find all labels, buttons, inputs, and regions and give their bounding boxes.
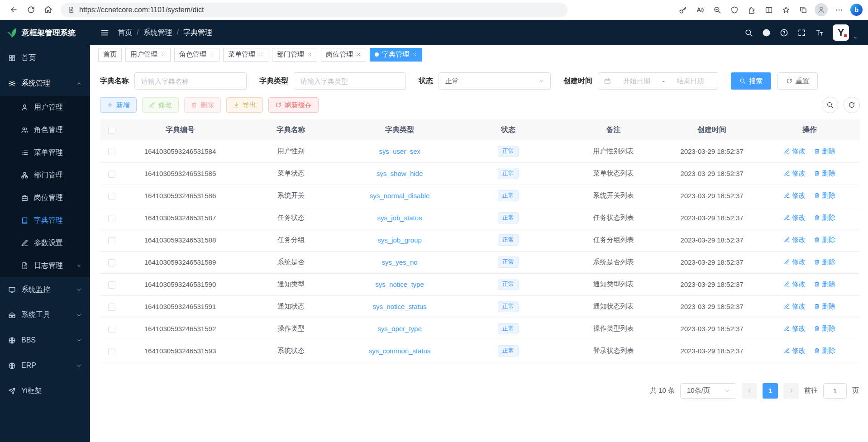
- row-checkbox[interactable]: [108, 259, 115, 266]
- dict-type-link[interactable]: sys_normal_disable: [370, 192, 430, 200]
- tab-close-icon[interactable]: [356, 52, 361, 57]
- dict-type-link[interactable]: sys_oper_type: [377, 325, 422, 333]
- row-delete-button[interactable]: 删除: [814, 324, 835, 333]
- search-button[interactable]: 搜索: [731, 72, 771, 90]
- browser-back-button[interactable]: [5, 2, 22, 18]
- sidebar-item-monitor[interactable]: 系统监控: [0, 277, 90, 302]
- next-page-button[interactable]: [783, 383, 799, 399]
- password-manager-button[interactable]: [675, 2, 691, 18]
- chevron-down-icon[interactable]: [853, 35, 858, 40]
- dict-type-input[interactable]: [294, 72, 406, 90]
- copilot-button[interactable]: b: [850, 4, 863, 16]
- row-delete-button[interactable]: 删除: [814, 258, 835, 266]
- row-checkbox[interactable]: [108, 281, 115, 289]
- breadcrumb-item-home[interactable]: 首页: [118, 28, 132, 38]
- row-edit-button[interactable]: 修改: [784, 280, 806, 289]
- refresh-cache-button[interactable]: 刷新缓存: [268, 97, 319, 113]
- browser-home-button[interactable]: [40, 2, 56, 18]
- favorites-button[interactable]: [778, 2, 794, 18]
- tab-item[interactable]: 用户管理: [125, 48, 171, 62]
- row-delete-button[interactable]: 删除: [814, 147, 835, 156]
- row-edit-button[interactable]: 修改: [784, 191, 806, 200]
- browser-refresh-button[interactable]: [23, 2, 39, 18]
- tracking-prevention-button[interactable]: [726, 2, 743, 18]
- tab-item[interactable]: 字典管理: [370, 48, 422, 62]
- tab-item[interactable]: 角色管理: [174, 48, 219, 62]
- row-edit-button[interactable]: 修改: [784, 324, 806, 333]
- header-search-button[interactable]: [744, 29, 753, 37]
- toggle-search-button[interactable]: [822, 97, 838, 113]
- tab-close-icon[interactable]: [412, 52, 417, 57]
- sidebar-item-home[interactable]: 首页: [0, 45, 90, 71]
- sidebar-item-bbs[interactable]: BBS: [0, 328, 90, 353]
- sidebar-item-dept[interactable]: 部门管理: [0, 164, 90, 186]
- tab-close-icon[interactable]: [307, 52, 312, 57]
- date-range-picker[interactable]: 开始日期 - 结束日期: [598, 72, 718, 90]
- read-aloud-button[interactable]: [692, 2, 708, 18]
- browser-profile-button[interactable]: [815, 3, 828, 16]
- goto-page-input[interactable]: [823, 383, 847, 399]
- sidebar-item-dict[interactable]: 字典管理: [0, 209, 90, 232]
- sidebar-item-user[interactable]: 用户管理: [0, 96, 90, 119]
- row-delete-button[interactable]: 删除: [814, 302, 835, 311]
- export-button[interactable]: 导出: [226, 97, 263, 113]
- prev-page-button[interactable]: [742, 383, 757, 399]
- address-bar[interactable]: https://ccnetcore.com:1101/system/dict: [61, 3, 568, 17]
- tab-item[interactable]: 部门管理: [272, 48, 317, 62]
- row-delete-button[interactable]: 删除: [814, 191, 835, 200]
- tab-close-icon[interactable]: [161, 52, 166, 57]
- sidebar-item-tools[interactable]: 系统工具: [0, 302, 90, 328]
- tab-close-icon[interactable]: [210, 52, 215, 57]
- row-edit-button[interactable]: 修改: [784, 347, 806, 355]
- dict-name-input[interactable]: [134, 72, 247, 90]
- extensions-button[interactable]: [744, 2, 760, 18]
- font-size-button[interactable]: [815, 29, 824, 37]
- fullscreen-button[interactable]: [797, 29, 806, 37]
- row-edit-button[interactable]: 修改: [784, 236, 806, 244]
- sidebar-toggle-icon[interactable]: [100, 28, 110, 38]
- row-checkbox[interactable]: [108, 193, 115, 200]
- tab-item[interactable]: 岗位管理: [321, 48, 366, 62]
- user-avatar[interactable]: Y: [833, 24, 849, 41]
- tab-item[interactable]: 首页: [98, 48, 122, 62]
- row-checkbox[interactable]: [108, 171, 115, 178]
- breadcrumb-item-system[interactable]: 系统管理: [143, 28, 172, 38]
- row-checkbox[interactable]: [108, 304, 115, 311]
- row-delete-button[interactable]: 删除: [814, 169, 835, 178]
- row-checkbox[interactable]: [108, 215, 115, 222]
- dict-type-link[interactable]: sys_user_sex: [379, 147, 420, 155]
- dict-type-link[interactable]: sys_job_group: [377, 236, 422, 244]
- tab-item[interactable]: 菜单管理: [223, 48, 268, 62]
- dict-type-link[interactable]: sys_common_status: [369, 347, 431, 355]
- add-button[interactable]: 新增: [100, 97, 137, 113]
- sidebar-item-post[interactable]: 岗位管理: [0, 186, 90, 209]
- page-size-select[interactable]: 10条/页: [680, 383, 736, 399]
- tab-close-icon[interactable]: [258, 52, 263, 57]
- row-checkbox[interactable]: [108, 148, 115, 155]
- split-screen-button[interactable]: [761, 2, 777, 18]
- delete-button[interactable]: 删除: [184, 97, 221, 113]
- sidebar-item-menu[interactable]: 菜单管理: [0, 141, 90, 164]
- refresh-table-button[interactable]: [844, 97, 860, 113]
- row-checkbox[interactable]: [108, 237, 115, 244]
- sidebar-item-system[interactable]: 系统管理: [0, 71, 90, 96]
- row-delete-button[interactable]: 删除: [814, 214, 835, 222]
- sidebar-item-role[interactable]: 角色管理: [0, 119, 90, 141]
- sidebar-item-yiframe[interactable]: Yi框架: [0, 378, 90, 404]
- row-delete-button[interactable]: 删除: [814, 347, 835, 355]
- sidebar-item-config[interactable]: 参数设置: [0, 232, 90, 254]
- help-button[interactable]: [780, 29, 788, 37]
- row-edit-button[interactable]: 修改: [784, 147, 806, 156]
- row-edit-button[interactable]: 修改: [784, 214, 806, 222]
- row-edit-button[interactable]: 修改: [784, 302, 806, 311]
- sidebar-item-log[interactable]: 日志管理: [0, 254, 90, 277]
- dict-type-link[interactable]: sys_notice_status: [372, 303, 426, 310]
- row-checkbox[interactable]: [108, 326, 115, 333]
- reset-button[interactable]: 重置: [777, 72, 818, 90]
- row-checkbox[interactable]: [108, 348, 115, 355]
- dict-type-link[interactable]: sys_job_status: [377, 214, 422, 222]
- dict-type-link[interactable]: sys_show_hide: [377, 170, 423, 177]
- row-delete-button[interactable]: 删除: [814, 280, 835, 289]
- page-number-button[interactable]: 1: [763, 383, 778, 399]
- browser-menu-button[interactable]: [831, 2, 847, 18]
